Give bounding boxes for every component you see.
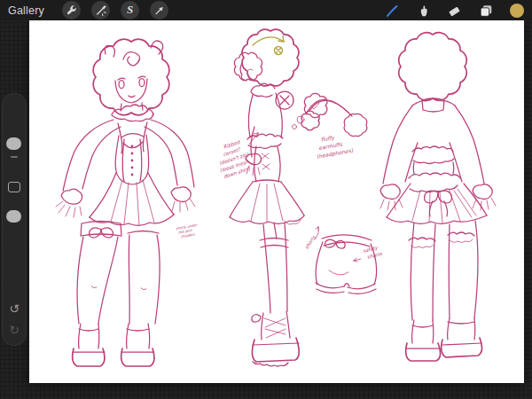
redo-button[interactable]: ↻ xyxy=(3,324,26,336)
smudge-button[interactable] xyxy=(416,3,431,18)
shorts-doodle xyxy=(316,235,377,293)
brush-icon xyxy=(384,3,400,19)
opacity-slider-handle[interactable] xyxy=(6,210,21,223)
gallery-button[interactable]: Gallery xyxy=(8,4,44,17)
eraser-icon xyxy=(447,3,462,18)
eraser-button[interactable] xyxy=(447,3,462,18)
annotation-tiny-note: shorts under the skirt (hidden) xyxy=(176,223,200,239)
adjustments-button[interactable] xyxy=(91,1,110,20)
transform-button[interactable] xyxy=(150,1,168,20)
brush-sidebar[interactable]: ↺ ↻ xyxy=(2,93,27,346)
layers-icon xyxy=(478,3,494,19)
wrench-icon xyxy=(65,4,78,17)
selection-s-icon: S xyxy=(127,4,133,15)
modify-button[interactable] xyxy=(8,182,20,192)
brush-button[interactable] xyxy=(384,3,400,19)
adjustments-wand-icon xyxy=(94,4,107,17)
shorts-label-text: shorts xyxy=(303,234,317,250)
drawing-canvas[interactable]: Ribbed corset? (doesn't zip) (loose mesh… xyxy=(29,20,524,383)
redo-icon: ↻ xyxy=(9,323,20,337)
top-toolbar: Gallery S xyxy=(0,0,532,20)
annotation-safety-note: safety shorts xyxy=(354,244,383,262)
character-front-view xyxy=(56,39,195,366)
layers-button[interactable] xyxy=(478,3,494,19)
yellow-arrow-doodle xyxy=(253,36,284,55)
annotation-shorts-label: shorts xyxy=(303,227,318,250)
actions-button[interactable] xyxy=(62,1,81,20)
selection-button[interactable]: S xyxy=(121,1,139,20)
smudge-finger-icon xyxy=(416,3,431,18)
transform-arrow-icon xyxy=(153,4,166,17)
character-side-view xyxy=(230,29,327,366)
procreate-app: Ribbed corset? (doesn't zip) (loose mesh… xyxy=(0,0,532,399)
undo-button[interactable]: ↺ xyxy=(3,302,26,315)
character-design-sketch: Ribbed corset? (doesn't zip) (loose mesh… xyxy=(29,20,524,383)
character-back-view xyxy=(380,33,496,361)
slider-tick xyxy=(11,156,18,158)
undo-icon: ↺ xyxy=(9,301,20,316)
brush-size-slider-handle[interactable] xyxy=(6,137,21,150)
annotation-earmuffs-note: fluffy earmuffs (headphones) xyxy=(313,131,354,160)
color-swatch-button[interactable] xyxy=(510,4,524,18)
